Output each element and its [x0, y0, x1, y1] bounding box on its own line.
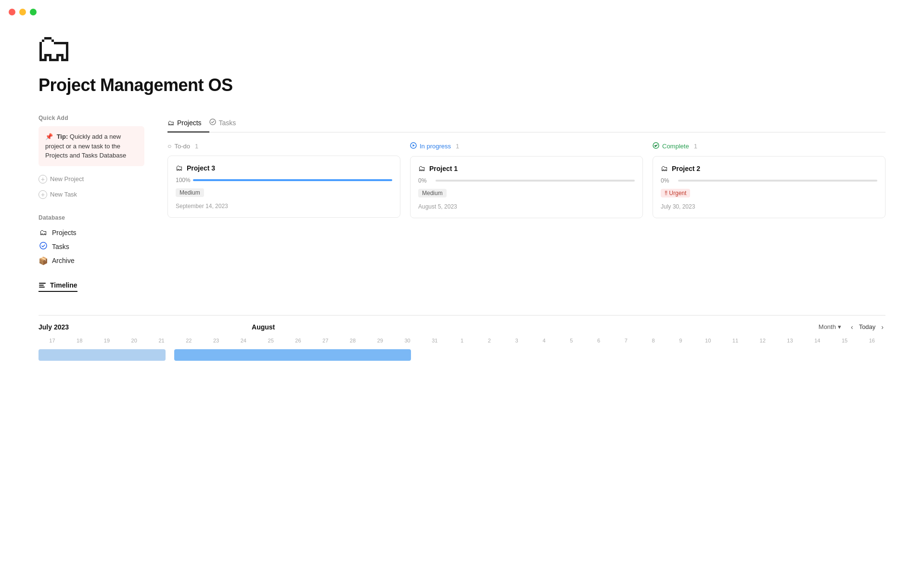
timeline-label: Timeline: [38, 281, 77, 292]
db-tasks-label: Tasks: [52, 243, 69, 250]
timeline-section-label: Timeline: [50, 281, 77, 289]
plus-icon-task: +: [38, 190, 47, 199]
new-task-label: New Task: [50, 191, 77, 198]
date-19: 19: [93, 337, 121, 344]
date-aug13: 13: [776, 337, 804, 344]
chevron-down-icon: ▾: [838, 323, 841, 330]
date-aug2: 2: [476, 337, 503, 344]
date-26: 26: [284, 337, 312, 344]
date-20: 20: [120, 337, 148, 344]
card-title-3: Project 3: [187, 164, 215, 172]
complete-column-header: Complete 1: [653, 142, 886, 150]
timeline-icon: [38, 281, 46, 289]
date-22: 22: [175, 337, 203, 344]
date-28: 28: [339, 337, 367, 344]
timeline-next-button[interactable]: ›: [879, 321, 886, 333]
card-icon-2: 🗂: [661, 164, 668, 172]
archive-icon: 📦: [38, 256, 48, 265]
card-icon-1: 🗂: [418, 164, 425, 172]
main-content: Quick Add 📌 Tip: Quickly add a new proje…: [38, 115, 886, 292]
progress-pct-1: 0%: [418, 177, 432, 184]
new-project-button[interactable]: + New Project: [38, 173, 144, 185]
new-project-label: New Project: [50, 175, 84, 183]
maximize-button[interactable]: [30, 9, 37, 15]
tasks-icon: [38, 242, 48, 251]
db-projects-label: Projects: [52, 229, 77, 236]
page-header: 🗂 Project Management OS: [38, 29, 886, 95]
db-item-archive[interactable]: 📦 Archive: [38, 254, 144, 268]
svg-marker-6: [413, 144, 415, 147]
tab-tasks[interactable]: Tasks: [209, 115, 244, 132]
timeline-area: July 2023 August Month ▾ ‹ Today › 17 18…: [38, 315, 886, 364]
left-sidebar: Quick Add 📌 Tip: Quickly add a new proje…: [38, 115, 144, 292]
timeline-bar-project-a: [38, 349, 166, 361]
tip-card: 📌 Tip: Quickly add a new project or a ne…: [38, 126, 144, 166]
card-title-2: Project 2: [672, 165, 700, 172]
date-30: 30: [394, 337, 421, 344]
date-aug5: 5: [558, 337, 585, 344]
priority-badge-1: Medium: [418, 189, 447, 197]
page-icon: 🗂: [35, 29, 886, 67]
tip-icon: 📌: [45, 133, 53, 140]
card-title-row-1: 🗂 Project 1: [418, 164, 635, 172]
tab-projects-icon: 🗂: [167, 119, 174, 127]
date-aug16: 16: [858, 337, 886, 344]
inprogress-title: In progress: [420, 143, 451, 150]
card-date-1: August 5, 2023: [418, 203, 635, 210]
month-view-button[interactable]: Month ▾: [815, 321, 845, 332]
timeline-section: Timeline: [38, 281, 144, 292]
date-23: 23: [203, 337, 230, 344]
date-18: 18: [66, 337, 93, 344]
project-card-3: 🗂 Project 3 100% Medium September 14, 20…: [167, 156, 400, 218]
tab-projects-label: Projects: [177, 119, 202, 127]
date-aug4: 4: [530, 337, 558, 344]
minimize-button[interactable]: [19, 9, 26, 15]
progress-row-1: 0%: [418, 177, 635, 184]
kanban-board: ○ To-do 1 🗂 Project 3 100%: [167, 142, 886, 223]
database-label: Database: [38, 214, 144, 221]
complete-title: Complete: [662, 143, 689, 150]
timeline-controls: Month ▾ ‹ Today ›: [815, 321, 886, 333]
priority-badge-2: ‼ Urgent: [661, 189, 690, 197]
svg-point-0: [40, 242, 47, 249]
timeline-dates-row: 17 18 19 20 21 22 23 24 25 26 27 28 29 3…: [38, 337, 886, 344]
kanban-column-todo: ○ To-do 1 🗂 Project 3 100%: [167, 142, 400, 223]
date-31: 31: [421, 337, 449, 344]
card-title-1: Project 1: [429, 165, 458, 172]
timeline-bar-project-b: [174, 349, 411, 361]
db-item-tasks[interactable]: Tasks: [38, 239, 144, 254]
progress-bar-bg-2: [678, 180, 877, 182]
page-title: Project Management OS: [38, 75, 886, 95]
complete-status-icon: [653, 142, 659, 150]
tab-projects[interactable]: 🗂 Projects: [167, 115, 209, 132]
date-27: 27: [312, 337, 339, 344]
date-17: 17: [38, 337, 66, 344]
kanban-column-inprogress: In progress 1 🗂 Project 1 0%: [410, 142, 643, 223]
timeline-bars-row: [38, 346, 886, 364]
progress-row-2: 0%: [661, 177, 877, 184]
card-title-row-3: 🗂 Project 3: [176, 164, 392, 172]
card-date-3: September 14, 2023: [176, 203, 392, 210]
today-button[interactable]: Today: [859, 323, 876, 330]
kanban-column-complete: Complete 1 🗂 Project 2 0%: [653, 142, 886, 223]
new-task-button[interactable]: + New Task: [38, 188, 144, 201]
svg-rect-3: [39, 287, 45, 288]
todo-status-icon: ○: [167, 142, 171, 150]
timeline-prev-button[interactable]: ‹: [849, 321, 855, 333]
progress-row-3: 100%: [176, 177, 392, 184]
card-title-row-2: 🗂 Project 2: [661, 164, 877, 172]
inprogress-status-icon: [410, 142, 417, 150]
db-item-projects[interactable]: 🗂 Projects: [38, 226, 144, 239]
date-25: 25: [257, 337, 284, 344]
inprogress-count: 1: [456, 143, 459, 150]
complete-count: 1: [694, 143, 697, 150]
priority-badge-3: Medium: [176, 188, 204, 197]
progress-bar-bg-1: [436, 180, 635, 182]
todo-count: 1: [195, 143, 198, 150]
date-29: 29: [366, 337, 394, 344]
close-button[interactable]: [9, 9, 15, 15]
projects-icon: 🗂: [38, 228, 48, 237]
august-label: August: [252, 323, 275, 331]
date-aug9: 9: [667, 337, 694, 344]
tab-tasks-label: Tasks: [219, 119, 236, 127]
